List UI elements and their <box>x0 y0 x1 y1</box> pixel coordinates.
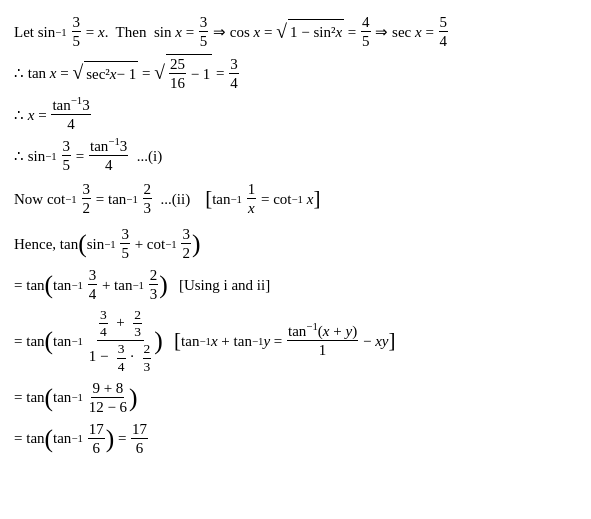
frac-4-5: 4 5 <box>361 13 371 50</box>
frac-3-5-1: 3 5 <box>72 13 82 50</box>
frac-3-2: 3 2 <box>82 180 92 217</box>
line-9: = tan ( tan −1 9 + 8 12 − 6 ) <box>14 379 577 416</box>
text-let: Let sin <box>14 20 55 44</box>
frac-3-4-line7: 3 4 <box>88 266 98 303</box>
frac-3-4-den: 3 4 <box>117 341 126 374</box>
frac-5-4: 5 4 <box>439 13 449 50</box>
frac-1-x: 1 x <box>247 180 257 217</box>
frac-3-4-1: 3 4 <box>229 55 239 92</box>
frac-2-3-line5: 2 3 <box>143 180 153 217</box>
frac-3-5-line4: 3 5 <box>62 137 72 174</box>
line-4: ∴ sin −1 3 5 = tan−13 4 ...(i) <box>14 137 577 174</box>
math-content: Let sin −1 3 5 = x. Then sin x = 3 5 ⇒ c… <box>14 13 577 457</box>
frac-3-4-inner: 3 4 <box>99 307 108 340</box>
frac-2-3-den: 2 3 <box>143 341 152 374</box>
sqrt-2: √ sec²x − 1 <box>72 61 138 86</box>
frac-tan3-4-line4: tan−13 4 <box>89 137 128 174</box>
frac-3-2-line6: 3 2 <box>181 225 191 262</box>
line-2: ∴ tan x = √ sec²x − 1 = √ 25 16 − 1 = 3 … <box>14 54 577 92</box>
sqrt-1: √ 1 − sin²x <box>276 19 344 44</box>
frac-17-6-final: 17 6 <box>131 420 148 457</box>
frac-25-16: 25 16 <box>169 55 186 92</box>
frac-17-6-inner: 17 6 <box>88 420 105 457</box>
line-7: = tan ( tan −1 3 4 + tan −1 2 3 ) [Using… <box>14 266 577 303</box>
frac-3-5-2: 3 5 <box>199 13 209 50</box>
frac-complex-line8: 3 4 + 2 3 1 − 3 4 · 2 3 <box>88 307 154 375</box>
line-10: = tan ( tan −1 17 6 ) = 17 6 <box>14 420 577 457</box>
frac-formula: tan−1(x + y) 1 <box>287 322 358 359</box>
line-3: ∴ x = tan−13 4 <box>14 96 577 133</box>
line-8: = tan ( tan −1 3 4 + 2 3 1 − 3 4 <box>14 307 577 375</box>
sqrt-3: √ 25 16 − 1 <box>154 54 212 92</box>
frac-2-3-inner: 2 3 <box>133 307 142 340</box>
frac-tan3-4: tan−13 4 <box>51 96 90 133</box>
line-6: Hence, tan ( sin −1 3 5 + cot −1 3 2 ) <box>14 225 577 262</box>
frac-3-5-line6: 3 5 <box>120 225 130 262</box>
frac-2-3-line7: 2 3 <box>149 266 159 303</box>
line-5: Now cot −1 3 2 = tan −1 2 3 ...(ii) [ ta… <box>14 180 577 217</box>
line-1: Let sin −1 3 5 = x. Then sin x = 3 5 ⇒ c… <box>14 13 577 50</box>
frac-9plus8-12minus6: 9 + 8 12 − 6 <box>88 379 128 416</box>
